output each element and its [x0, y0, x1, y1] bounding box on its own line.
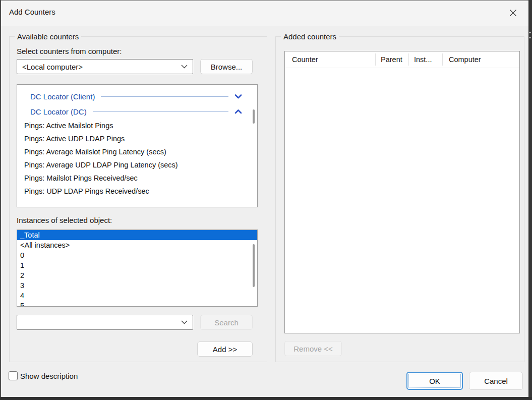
- browse-button[interactable]: Browse...: [200, 59, 253, 74]
- counter-item[interactable]: Pings: Active UDP LDAP Pings: [17, 132, 257, 145]
- show-description-label: Show description: [20, 372, 78, 380]
- search-button[interactable]: Search: [200, 315, 253, 330]
- instances-scrollbar[interactable]: [253, 244, 255, 287]
- instance-item[interactable]: 4: [17, 291, 257, 301]
- instance-item[interactable]: 2: [17, 270, 257, 280]
- counter-item[interactable]: Pings: Average UDP LDAP Ping Latency (se…: [17, 158, 257, 172]
- window-top-border: [0, 0, 532, 1]
- instance-item[interactable]: _Total: [17, 230, 257, 240]
- instance-item[interactable]: 3: [17, 280, 257, 291]
- group-divider-line: [93, 111, 228, 112]
- counter-group-label: DC Locator (Client): [30, 92, 95, 101]
- chevron-down-icon: [234, 92, 242, 101]
- instance-item[interactable]: <All instances>: [17, 240, 257, 250]
- added-counters-group: Added counters Counter Parent Inst... Co…: [275, 36, 524, 362]
- instance-item[interactable]: 1: [17, 260, 257, 270]
- search-combobox[interactable]: [17, 315, 193, 330]
- titlebar: Add Counters: [1, 1, 528, 26]
- group-divider-line: [101, 96, 228, 97]
- available-counters-group: Available counters Select counters from …: [9, 36, 267, 362]
- cancel-button[interactable]: Cancel: [469, 372, 523, 390]
- select-computer-label: Select counters from computer:: [17, 47, 122, 55]
- column-divider: [375, 53, 376, 66]
- instance-item[interactable]: 0: [17, 250, 257, 260]
- instances-listbox[interactable]: _Total <All instances> 0 1 2 3 4 5: [17, 230, 258, 307]
- chevron-down-icon: [181, 320, 188, 324]
- add-button[interactable]: Add >>: [197, 341, 253, 357]
- close-button[interactable]: [506, 7, 519, 20]
- computer-combobox-value: <Local computer>: [22, 63, 178, 71]
- column-header-parent[interactable]: Parent: [381, 51, 406, 68]
- table-header: Counter Parent Inst... Computer: [285, 51, 519, 68]
- counter-item[interactable]: Pings: UDP LDAP Pings Received/sec: [17, 185, 257, 198]
- background-artifact: [529, 32, 531, 33]
- add-counters-dialog: Add Counters Available counters Select c…: [0, 0, 532, 400]
- counter-group-dc-locator-dc[interactable]: DC Locator (DC): [17, 104, 257, 119]
- counters-scrollbar[interactable]: [253, 109, 255, 124]
- counter-item[interactable]: Pings: Average Mailslot Ping Latency (se…: [17, 145, 257, 158]
- background-right-strip: [528, 0, 532, 400]
- close-icon: [509, 9, 517, 19]
- computer-combobox[interactable]: <Local computer>: [17, 59, 193, 74]
- show-description-checkbox[interactable]: [9, 371, 18, 380]
- column-divider: [442, 53, 443, 66]
- counter-item[interactable]: Pings: Active Mailslot Pings: [17, 119, 257, 132]
- search-input[interactable]: [22, 318, 178, 327]
- background-artifact: [529, 37, 531, 38]
- column-header-counter[interactable]: Counter: [292, 51, 373, 68]
- instance-item[interactable]: 5: [17, 301, 257, 307]
- added-counters-group-label: Added counters: [281, 32, 339, 41]
- window-left-border: [0, 0, 1, 400]
- remove-button[interactable]: Remove <<: [284, 341, 342, 356]
- dialog-title: Add Counters: [9, 8, 55, 16]
- column-divider: [408, 53, 409, 66]
- chevron-up-icon: [234, 107, 242, 116]
- counter-item[interactable]: Pings: Mailslot Pings Received/sec: [17, 172, 257, 185]
- counter-group-dc-locator-client[interactable]: DC Locator (Client): [17, 89, 257, 104]
- counters-listbox[interactable]: DC Locator (Client) DC Locator (DC) Ping…: [17, 84, 258, 207]
- counter-group-label: DC Locator (DC): [30, 107, 87, 116]
- added-counters-table[interactable]: Counter Parent Inst... Computer: [284, 51, 520, 333]
- column-header-computer[interactable]: Computer: [449, 51, 514, 68]
- column-header-instance[interactable]: Inst...: [414, 51, 440, 68]
- ok-button[interactable]: OK: [406, 372, 463, 390]
- background-bottom-strip: [0, 397, 532, 400]
- instances-label: Instances of selected object:: [17, 216, 112, 224]
- available-counters-group-label: Available counters: [15, 32, 81, 41]
- chevron-down-icon: [181, 65, 188, 69]
